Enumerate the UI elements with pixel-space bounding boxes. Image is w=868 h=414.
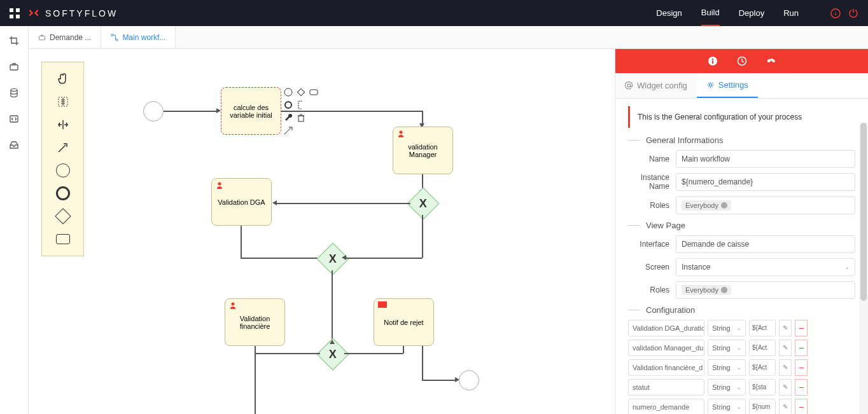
info-icon[interactable] [830,8,841,18]
tab-demande[interactable]: Demande ... [29,26,101,48]
node-task-calcule[interactable]: calcule des variable initial [221,87,281,135]
connector[interactable] [164,111,218,112]
inbox-icon[interactable] [9,140,19,150]
config-delete-button[interactable]: − [795,359,808,376]
connector[interactable] [422,111,423,125]
config-edit-button[interactable]: ✎ [779,399,792,414]
connector[interactable] [281,111,423,112]
scrollbar[interactable] [859,123,868,414]
pad-annotation-icon[interactable] [296,100,306,110]
config-delete-button[interactable]: − [795,399,808,414]
connector[interactable] [332,270,333,345]
label-interface: Interface [628,240,669,249]
config-name-input[interactable]: numero_demande [628,399,704,414]
info-icon[interactable] [708,56,718,66]
pad-connect-icon[interactable] [283,125,293,135]
connector[interactable] [422,380,457,381]
node-gateway-1[interactable]: X [407,188,440,220]
config-type-select[interactable]: String⌄ [708,379,746,396]
role-tag[interactable]: Everybody [682,200,731,210]
config-edit-button[interactable]: ✎ [779,320,792,336]
palette-task[interactable] [54,230,72,248]
database-icon[interactable] [9,88,19,98]
config-type-select[interactable]: String⌄ [708,320,746,336]
connector[interactable] [255,346,256,414]
node-start-event[interactable] [143,101,164,121]
palette-space-tool[interactable] [54,116,72,134]
pad-start-event-icon[interactable] [283,87,293,97]
connector[interactable] [422,346,423,380]
config-edit-button[interactable]: ✎ [779,379,792,396]
palette-hand-tool[interactable] [54,70,72,88]
input-instance[interactable] [676,173,855,191]
palette-lasso-tool[interactable] [54,93,72,111]
code-brackets-icon[interactable] [9,114,19,124]
role-tag[interactable]: Everybody [682,285,731,295]
connector[interactable] [403,346,404,354]
pad-trash-icon[interactable] [296,113,306,123]
node-task-validation-dga[interactable]: Validation DGA [211,178,272,226]
config-value-input[interactable]: ${Act [749,340,776,356]
config-name-input[interactable]: validation Manager_dur [628,340,704,356]
palette-gateway[interactable] [54,207,72,225]
nav-deploy[interactable]: Deploy [739,1,764,25]
connector[interactable] [277,203,410,204]
connector[interactable] [241,258,322,259]
config-value-input[interactable]: ${sta [749,379,776,396]
config-value-input[interactable]: ${num [749,399,776,414]
node-end-event[interactable] [459,370,479,390]
input-name[interactable] [676,150,855,168]
connector[interactable] [255,353,320,354]
briefcase-icon[interactable] [9,62,19,72]
config-value-input[interactable]: ${Act [749,359,776,376]
config-delete-button[interactable]: − [795,340,808,356]
connector[interactable] [241,226,242,258]
nav-build[interactable]: Build [701,0,720,26]
input-roles-2[interactable]: Everybody [676,281,855,299]
tag-remove-icon[interactable] [721,287,727,293]
nav-design[interactable]: Design [656,1,682,25]
config-type-select[interactable]: String⌄ [708,340,746,356]
connector[interactable] [344,353,403,354]
config-edit-button[interactable]: ✎ [779,340,792,356]
config-type-select[interactable]: String⌄ [708,399,746,414]
config-type-select[interactable]: String⌄ [708,359,746,376]
node-task-validation-manager[interactable]: validation Manager [393,127,453,174]
tag-remove-icon[interactable] [721,202,727,209]
logo[interactable]: SOFTYFLOW [27,7,118,20]
config-delete-button[interactable]: − [795,379,808,396]
power-icon[interactable] [848,8,858,18]
config-delete-button[interactable]: − [795,320,808,336]
crop-icon[interactable] [9,36,19,46]
pad-gateway-icon[interactable] [296,87,306,97]
config-name-input[interactable]: Validation financière_d [628,359,704,376]
connector[interactable] [422,215,423,258]
node-task-validation-financiere[interactable]: Validation financière [225,298,285,346]
panel-tab-widget[interactable]: Widget config [615,73,697,98]
scrollbar-thumb[interactable] [860,123,867,301]
pad-task-icon[interactable] [309,87,319,97]
label-roles-2: Roles [628,286,669,294]
config-edit-button[interactable]: ✎ [779,359,792,376]
apps-grid-icon[interactable] [10,8,20,18]
input-interface[interactable] [676,235,855,253]
config-name-input[interactable]: Validation DGA_duratio [628,320,704,336]
select-screen[interactable]: Instance ⌄ [676,258,855,276]
svg-rect-3 [16,15,20,18]
cloud-upload-icon[interactable] [766,56,776,66]
pad-wrench-icon[interactable] [283,113,293,123]
panel-tab-settings[interactable]: Settings [697,73,758,98]
pad-end-event-icon[interactable] [283,100,293,110]
node-task-notif-rejet[interactable]: Notif de rejet [374,298,434,346]
input-roles[interactable]: Everybody [676,197,855,214]
bpmn-canvas[interactable]: calcule des variable initial validation … [29,49,615,414]
config-name-input[interactable]: statut [628,379,704,396]
palette-start-event[interactable] [54,162,72,179]
palette-connect-tool[interactable] [54,139,72,156]
history-icon[interactable] [737,56,747,66]
connector[interactable] [344,258,423,259]
config-value-input[interactable]: ${Act [749,320,776,336]
palette-end-event[interactable] [54,184,72,202]
nav-run[interactable]: Run [783,1,799,25]
tab-main-workflow[interactable]: Main workf... [101,26,176,48]
